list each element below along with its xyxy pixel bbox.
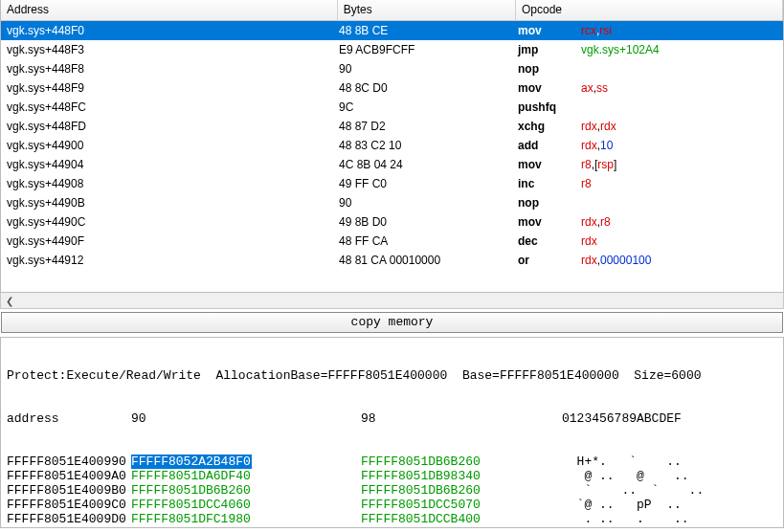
mem-row-value-2: FFFFF8051DCC5070 <box>361 498 562 512</box>
row-bytes: 49 8B D0 <box>339 212 518 232</box>
col-header-address[interactable]: Address <box>1 0 338 20</box>
row-bytes: 49 FF C0 <box>339 174 518 193</box>
row-bytes: 90 <box>339 59 518 78</box>
row-operands: rdx,rdx <box>581 117 783 136</box>
col-header-opcode[interactable]: Opcode <box>516 0 783 20</box>
row-address: vgk.sys+44904 <box>7 155 339 174</box>
mem-row-address: FFFFF8051E4009A0 <box>7 469 131 483</box>
mem-row-value-1: FFFFF8051DCC4060 <box>131 498 361 512</box>
row-bytes: E9 ACB9FCFF <box>339 40 518 59</box>
row-operands: rdx,00000100 <box>581 251 783 270</box>
row-address: vgk.sys+448FD <box>7 117 339 136</box>
mem-row-value-1: FFFFF8051DFC1980 <box>131 512 361 526</box>
disassembly-row[interactable]: vgk.sys+4490F48 FF CAdecrdx <box>1 232 783 251</box>
disassembly-row[interactable]: vgk.sys+448F3E9 ACB9FCFFjmpvgk.sys+102A4 <box>1 40 783 59</box>
row-mnemonic: mov <box>518 212 581 232</box>
mem-row-address: FFFFF8051E400990 <box>7 454 131 469</box>
mem-col-address: address <box>7 411 131 426</box>
row-mnemonic: or <box>518 251 581 270</box>
row-operands <box>581 98 783 117</box>
mem-row-ascii: H+*. ` .. <box>562 454 779 469</box>
mem-row-ascii: ` .. ` .. <box>562 483 779 498</box>
disassembly-row[interactable]: vgk.sys+4491248 81 CA 00010000orrdx,0000… <box>1 251 783 270</box>
row-operands <box>581 59 783 78</box>
mem-row-address: FFFFF8051E4009D0 <box>7 512 131 526</box>
disassembly-row[interactable]: vgk.sys+448F890nop <box>1 59 783 78</box>
row-mnemonic: nop <box>518 193 581 212</box>
row-mnemonic: nop <box>518 59 581 78</box>
mem-col-offset-98: 98 <box>361 411 562 426</box>
row-operands: rdx,r8 <box>581 212 783 232</box>
row-address: vgk.sys+448F9 <box>7 78 339 98</box>
memory-row[interactable]: FFFFF8051E4009E0FFFFF8051DCB1C50FFFFF805… <box>7 526 779 528</box>
mem-row-value-1: FFFFF8051DA6DF40 <box>131 469 361 483</box>
mem-row-value-2: FFFFF8051DB6B260 <box>361 526 562 528</box>
row-mnemonic: jmp <box>518 40 581 59</box>
memory-row[interactable]: FFFFF8051E4009C0FFFFF8051DCC4060FFFFF805… <box>7 498 779 512</box>
mem-row-address: FFFFF8051E4009E0 <box>7 526 131 528</box>
disassembly-row[interactable]: vgk.sys+448F948 8C D0movax,ss <box>1 78 783 98</box>
row-operands: r8,[rsp] <box>581 155 783 174</box>
disassembly-row[interactable]: vgk.sys+4490B90nop <box>1 193 783 212</box>
row-address: vgk.sys+44900 <box>7 136 339 155</box>
row-address: vgk.sys+44912 <box>7 251 339 270</box>
horizontal-scrollbar[interactable]: ❮ <box>0 293 784 309</box>
row-mnemonic: xchg <box>518 117 581 136</box>
disassembly-row[interactable]: vgk.sys+448FC9Cpushfq <box>1 98 783 117</box>
row-address: vgk.sys+4490C <box>7 212 339 232</box>
mem-row-value-1: FFFFF8051DB6B260 <box>131 483 361 498</box>
row-mnemonic: inc <box>518 174 581 193</box>
row-operands: vgk.sys+102A4 <box>581 40 783 59</box>
mem-row-value-1: FFFFF8051DCB1C50 <box>131 526 361 528</box>
row-operands: rdx,10 <box>581 136 783 155</box>
row-address: vgk.sys+44908 <box>7 174 339 193</box>
row-bytes: 48 83 C2 10 <box>339 136 518 155</box>
row-operands <box>581 193 783 212</box>
disassembly-row[interactable]: vgk.sys+4490849 FF C0incr8 <box>1 174 783 193</box>
memory-view[interactable]: Protect:Execute/Read/Write AllocationBas… <box>0 337 784 528</box>
row-address: vgk.sys+448FC <box>7 98 339 117</box>
memory-row[interactable]: FFFFF8051E4009B0FFFFF8051DB6B260FFFFF805… <box>7 483 779 498</box>
disassembly-table[interactable]: Address Bytes Opcode vgk.sys+448F048 8B … <box>0 0 784 293</box>
row-address: vgk.sys+4490F <box>7 232 339 251</box>
mem-row-ascii: `@ .. pP .. <box>562 498 779 512</box>
mem-col-offset-90: 90 <box>131 411 361 426</box>
row-mnemonic: mov <box>518 155 581 174</box>
row-operands: ax,ss <box>581 78 783 98</box>
disassembly-row[interactable]: vgk.sys+449044C 8B 04 24movr8,[rsp] <box>1 155 783 174</box>
row-bytes: 48 FF CA <box>339 232 518 251</box>
row-mnemonic: mov <box>518 21 581 40</box>
disassembly-row[interactable]: vgk.sys+448F048 8B CEmovrcx,rsi <box>1 21 783 40</box>
row-bytes: 90 <box>339 193 518 212</box>
memory-row[interactable]: FFFFF8051E400990FFFFF8052A2B48F0FFFFF805… <box>7 454 779 469</box>
disassembly-row[interactable]: vgk.sys+448FD48 87 D2xchgrdx,rdx <box>1 117 783 136</box>
mem-row-value-2: FFFFF8051DCCB400 <box>361 512 562 526</box>
copy-memory-button[interactable]: copy memory <box>1 312 783 333</box>
scroll-left-icon[interactable]: ❮ <box>3 295 15 307</box>
row-address: vgk.sys+4490B <box>7 193 339 212</box>
mem-col-ascii: 0123456789ABCDEF <box>562 411 779 426</box>
row-mnemonic: add <box>518 136 581 155</box>
col-header-bytes[interactable]: Bytes <box>338 0 516 20</box>
row-mnemonic: pushfq <box>518 98 581 117</box>
row-bytes: 9C <box>339 98 518 117</box>
row-bytes: 48 8C D0 <box>339 78 518 98</box>
disassembly-row[interactable]: vgk.sys+4490048 83 C2 10addrdx,10 <box>1 136 783 155</box>
disassembly-row[interactable]: vgk.sys+4490C49 8B D0movrdx,r8 <box>1 212 783 232</box>
mem-row-ascii: . .. . .. <box>562 512 779 526</box>
row-bytes: 4C 8B 04 24 <box>339 155 518 174</box>
row-address: vgk.sys+448F0 <box>7 21 339 40</box>
disassembly-header: Address Bytes Opcode <box>1 0 783 21</box>
mem-row-ascii: @ .. @ .. <box>562 469 779 483</box>
mem-row-address: FFFFF8051E4009B0 <box>7 483 131 498</box>
row-operands: rdx <box>581 232 783 251</box>
memory-row[interactable]: FFFFF8051E4009A0FFFFF8051DA6DF40FFFFF805… <box>7 469 779 483</box>
memory-row[interactable]: FFFFF8051E4009D0FFFFF8051DFC1980FFFFF805… <box>7 512 779 526</box>
memory-columns-header: address 90 98 0123456789ABCDEF <box>7 411 779 426</box>
row-mnemonic: dec <box>518 232 581 251</box>
mem-row-address: FFFFF8051E4009C0 <box>7 498 131 512</box>
mem-row-ascii: P. .. ` .. <box>562 526 779 528</box>
row-bytes: 48 87 D2 <box>339 117 518 136</box>
row-operands: r8 <box>581 174 783 193</box>
row-operands: rcx,rsi <box>581 21 783 40</box>
